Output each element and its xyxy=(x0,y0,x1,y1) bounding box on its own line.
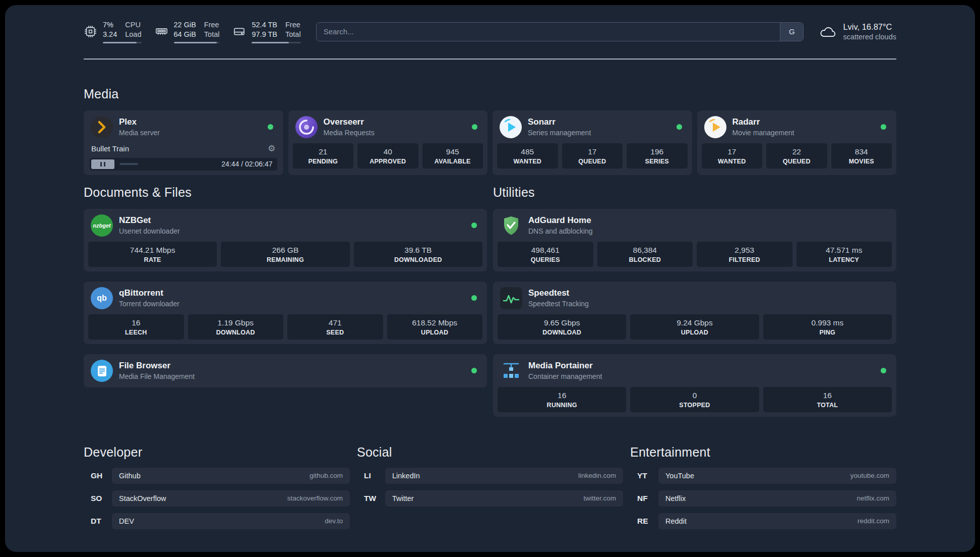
memory-labels: Free Total xyxy=(204,20,220,39)
bookmark-twitter[interactable]: TW Twittertwitter.com xyxy=(357,490,623,507)
stat-tile: 16 LEECH xyxy=(88,314,184,340)
status-dot xyxy=(471,222,477,228)
status-dot xyxy=(881,368,886,373)
bookmark-abbr: NF xyxy=(630,494,658,503)
stat-tile: 1.19 Gbps DOWNLOAD xyxy=(188,314,284,340)
bookmark-reddit[interactable]: RE Redditreddit.com xyxy=(630,513,896,529)
bookmark-name: LinkedIn xyxy=(392,472,420,480)
bookmark-url: reddit.com xyxy=(858,517,889,525)
bookmark-name: Reddit xyxy=(665,517,687,525)
bookmark-abbr: DT xyxy=(84,517,112,526)
bookmark-stackoverflow[interactable]: SO StackOverflowstackoverflow.com xyxy=(84,490,350,507)
disk-widget: 52.4 TB 97.9 TB Free Total xyxy=(232,20,300,43)
disk-icon xyxy=(232,25,246,38)
app-desc: Container management xyxy=(528,372,602,380)
topbar: 7% 3.24 CPU Load xyxy=(84,20,896,43)
stat-tile: 2,953 FILTERED xyxy=(697,242,792,267)
stat-tile: 16 RUNNING xyxy=(498,387,626,412)
qbittorrent-card[interactable]: qb qBittorrent Torrent downloader 16 LEE… xyxy=(84,282,487,344)
overseerr-card[interactable]: Overseerr Media Requests 21 PENDING 40 A… xyxy=(288,110,488,175)
bookmark-name: StackOverflow xyxy=(119,494,166,503)
status-dot xyxy=(471,295,477,301)
search-bar: G xyxy=(316,22,804,41)
overseerr-icon xyxy=(295,116,318,138)
app-desc: DNS and adblocking xyxy=(528,227,593,235)
nzbget-card[interactable]: nzbget NZBGet Usenet downloader 744.21 M… xyxy=(84,209,487,271)
disk-values: 52.4 TB 97.9 TB xyxy=(252,20,277,39)
cpu-usage-bar xyxy=(103,42,142,43)
entertainment-column: Entertainment YT YouTubeyoutube.com NF N… xyxy=(630,445,896,529)
status-dot xyxy=(881,124,886,130)
resource-widgets: 7% 3.24 CPU Load xyxy=(84,20,301,43)
speedtest-card[interactable]: Speedtest Speedtest Tracking 9.65 Gbps D… xyxy=(493,282,896,344)
disk-labels: Free Total xyxy=(285,20,301,39)
stat-tile: 834 MOVIES xyxy=(831,143,892,169)
memory-usage-bar xyxy=(174,42,220,43)
app-name: Media Portainer xyxy=(528,361,602,371)
bookmark-dev[interactable]: DT DEVdev.to xyxy=(84,513,350,529)
media-progress-bar[interactable]: 24:44 / 02:06:47 xyxy=(90,158,277,171)
app-desc: Torrent downloader xyxy=(119,300,179,308)
sonarr-card[interactable]: Sonarr Series management 485 WANTED 17 Q… xyxy=(493,110,692,175)
app-name: NZBGet xyxy=(119,215,180,226)
nzbget-icon: nzbget xyxy=(91,214,113,237)
stat-tile: 16 TOTAL xyxy=(763,387,892,412)
bookmark-name: Github xyxy=(119,472,141,480)
pause-button[interactable] xyxy=(91,159,114,169)
weather-widget: Lviv, 16.87°C scattered clouds xyxy=(819,22,896,42)
plex-card[interactable]: Plex Media server Bullet Train ⚙ 24:44 /… xyxy=(84,110,283,175)
stat-tile: 498,461 QUERIES xyxy=(498,242,593,267)
app-desc: Media Requests xyxy=(324,129,375,137)
app-name: Radarr xyxy=(732,117,794,127)
bookmark-url: twitter.com xyxy=(583,494,616,502)
search-provider-button[interactable]: G xyxy=(780,23,803,41)
bookmark-name: YouTube xyxy=(665,472,694,480)
stat-tile: 40 APPROVED xyxy=(357,143,418,169)
stat-tile: 0 STOPPED xyxy=(630,387,759,412)
bookmark-abbr: GH xyxy=(84,471,112,480)
bookmark-abbr: TW xyxy=(357,494,385,503)
cpu-labels: CPU Load xyxy=(125,20,141,39)
radarr-icon xyxy=(704,116,726,138)
search-input[interactable] xyxy=(317,23,780,41)
adguard-card[interactable]: AdGuard Home DNS and adblocking 498,461 … xyxy=(493,209,896,271)
stat-tile: 22 QUEUED xyxy=(766,143,827,169)
bookmark-url: netflix.com xyxy=(856,494,889,502)
app-name: Sonarr xyxy=(528,117,591,127)
app-desc: Media File Management xyxy=(119,372,195,380)
topbar-divider xyxy=(84,59,896,60)
disk-usage-bar xyxy=(252,42,300,43)
stat-tile: 9.24 Gbps UPLOAD xyxy=(630,314,759,340)
bookmark-url: stackoverflow.com xyxy=(287,494,343,502)
middle-columns: Documents & Files nzbget NZBGet Usenet d… xyxy=(84,175,896,417)
stat-tile: 86,384 BLOCKED xyxy=(597,242,693,267)
sonarr-icon xyxy=(500,116,522,138)
weather-condition: scattered clouds xyxy=(843,32,896,42)
memory-widget: 22 GiB 64 GiB Free Total xyxy=(155,20,220,43)
gear-icon[interactable]: ⚙ xyxy=(268,143,275,154)
speedtest-icon xyxy=(500,287,522,309)
filebrowser-card[interactable]: File Browser Media File Management xyxy=(84,354,487,387)
bookmark-linkedin[interactable]: LI LinkedInlinkedin.com xyxy=(357,468,623,484)
bookmark-name: Netflix xyxy=(665,494,686,503)
bookmark-netflix[interactable]: NF Netflixnetflix.com xyxy=(630,490,896,507)
bookmarks-row: Developer GH Githubgithub.com SO StackOv… xyxy=(84,445,896,529)
stat-tile: 485 WANTED xyxy=(497,143,558,169)
bookmark-github[interactable]: GH Githubgithub.com xyxy=(84,468,350,484)
portainer-card[interactable]: Media Portainer Container management 16 … xyxy=(493,354,896,417)
bookmark-youtube[interactable]: YT YouTubeyoutube.com xyxy=(630,468,896,484)
radarr-card[interactable]: Radarr Movie management 17 WANTED 22 QUE… xyxy=(697,110,897,175)
stat-tile: 945 AVAILABLE xyxy=(422,143,483,169)
progress-track xyxy=(119,159,216,169)
bookmark-abbr: RE xyxy=(630,517,658,526)
stat-tile: 618.52 Mbps UPLOAD xyxy=(387,314,483,340)
app-name: Overseerr xyxy=(324,117,375,127)
weather-location: Lviv, 16.87°C xyxy=(843,22,896,32)
stat-tile: 17 WANTED xyxy=(702,143,763,169)
stat-tile: 0.993 ms PING xyxy=(763,314,892,340)
bookmark-abbr: YT xyxy=(630,471,658,480)
documents-column: Documents & Files nzbget NZBGet Usenet d… xyxy=(84,175,487,387)
social-column: Social LI LinkedInlinkedin.com TW Twitte… xyxy=(357,445,623,529)
app-name: AdGuard Home xyxy=(528,215,593,226)
bookmark-name: DEV xyxy=(119,517,134,525)
